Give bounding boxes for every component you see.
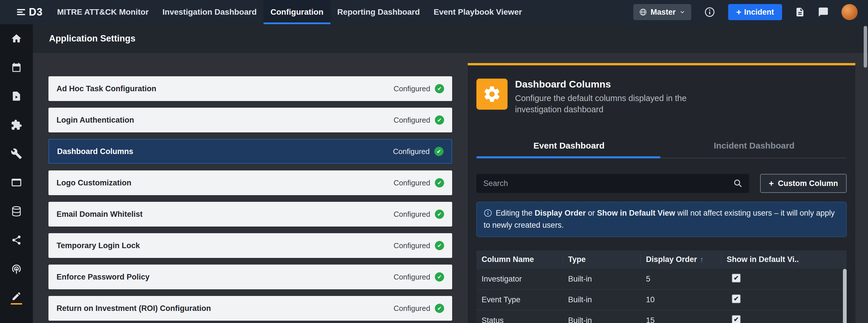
tab-event-dashboard[interactable]: Event Dashboard bbox=[476, 134, 661, 158]
cell-type: Built-in bbox=[563, 275, 641, 284]
header-display-order[interactable]: Display Order ↑ bbox=[641, 254, 721, 265]
new-incident-button[interactable]: + Incident bbox=[728, 4, 782, 20]
cell-show-in-default-view bbox=[721, 315, 799, 323]
sidebar-item-home[interactable] bbox=[0, 24, 33, 53]
settings-item-status: Configured ✔ bbox=[393, 147, 443, 156]
cell-type: Built-in bbox=[563, 316, 641, 323]
nav-item-configuration[interactable]: Configuration bbox=[264, 0, 331, 24]
settings-item-status: Configured ✔ bbox=[394, 210, 444, 219]
status-text: Configured bbox=[394, 241, 430, 250]
chat-button[interactable] bbox=[818, 7, 829, 17]
incident-button-label: Incident bbox=[744, 8, 774, 17]
nav-item-reporting-dashboard[interactable]: Reporting Dashboard bbox=[331, 0, 427, 24]
user-avatar[interactable] bbox=[841, 4, 858, 20]
home-icon bbox=[11, 33, 22, 44]
cell-show-in-default-view bbox=[721, 294, 799, 305]
settings-item-status: Configured ✔ bbox=[394, 115, 444, 124]
icon-sidebar bbox=[0, 24, 33, 323]
sidebar-item-database[interactable] bbox=[0, 197, 33, 226]
page-scrollbar[interactable] bbox=[864, 26, 867, 68]
settings-item-label: Enforce Password Policy bbox=[57, 273, 150, 282]
settings-item-temporary-login-lock[interactable]: Temporary Login Lock Configured ✔ bbox=[49, 233, 452, 258]
table-row-status: Status Built-in 15 bbox=[476, 310, 847, 323]
settings-item-status: Configured ✔ bbox=[394, 272, 444, 282]
show-in-default-view-checkbox[interactable] bbox=[732, 315, 741, 323]
app-body: Application Settings Ad Hoc Task Configu… bbox=[0, 24, 868, 323]
search-input[interactable] bbox=[476, 174, 749, 193]
sidebar-item-window[interactable] bbox=[0, 168, 33, 197]
table-row-event-type: Event Type Built-in 10 bbox=[476, 290, 847, 310]
search-box bbox=[476, 174, 749, 193]
info-text-bold-display-order: Display Order bbox=[535, 209, 586, 217]
window-icon bbox=[11, 177, 22, 188]
share-network-icon bbox=[11, 235, 22, 246]
sidebar-item-connections[interactable] bbox=[0, 226, 33, 254]
broadcast-icon bbox=[11, 263, 22, 275]
show-in-default-view-checkbox[interactable] bbox=[732, 274, 741, 282]
tab-incident-dashboard[interactable]: Incident Dashboard bbox=[661, 134, 847, 158]
configured-check-icon: ✔ bbox=[435, 304, 444, 313]
show-in-default-view-checkbox[interactable] bbox=[732, 294, 741, 303]
settings-item-enforce-password-policy[interactable]: Enforce Password Policy Configured ✔ bbox=[49, 264, 452, 289]
nav-item-event-playbook-viewer[interactable]: Event Playbook Viewer bbox=[427, 0, 529, 24]
settings-item-ad-hoc-task-configuration[interactable]: Ad Hoc Task Configuration Configured ✔ bbox=[49, 76, 452, 101]
topbar-actions: Master + Incident bbox=[633, 0, 868, 24]
report-button[interactable] bbox=[795, 7, 805, 17]
primary-nav: MITRE ATT&CK Monitor Investigation Dashb… bbox=[50, 0, 529, 24]
cell-display-order: 15 bbox=[641, 316, 721, 323]
main-area: Application Settings Ad Hoc Task Configu… bbox=[33, 24, 868, 323]
columns-table: Column Name Type Display Order ↑ Show in… bbox=[476, 250, 847, 323]
status-text: Configured bbox=[394, 116, 430, 124]
sidebar-item-integrations[interactable] bbox=[0, 111, 33, 139]
settings-item-email-domain-whitelist[interactable]: Email Domain Whitelist Configured ✔ bbox=[49, 202, 452, 226]
nav-item-mitre-attack-monitor[interactable]: MITRE ATT&CK Monitor bbox=[50, 0, 155, 24]
cell-display-order: 10 bbox=[641, 295, 721, 304]
settings-item-label: Dashboard Columns bbox=[57, 147, 133, 156]
configured-check-icon: ✔ bbox=[435, 272, 444, 282]
info-button[interactable] bbox=[704, 6, 715, 18]
plus-icon: + bbox=[736, 7, 741, 17]
configured-check-icon: ✔ bbox=[435, 241, 444, 250]
settings-item-label: Logo Customization bbox=[57, 178, 131, 187]
panel-subtitle: Configure the default columns displayed … bbox=[515, 93, 705, 115]
pen-icon bbox=[11, 291, 22, 301]
sort-ascending-icon: ↑ bbox=[700, 255, 704, 264]
table-header-row: Column Name Type Display Order ↑ Show in… bbox=[476, 250, 847, 269]
settings-item-login-authentication[interactable]: Login Authentication Configured ✔ bbox=[49, 108, 452, 133]
detail-panel: Dashboard Columns Configure the default … bbox=[468, 63, 855, 323]
sidebar-item-playbook[interactable] bbox=[0, 82, 33, 111]
sidebar-item-calendar[interactable] bbox=[0, 53, 33, 82]
document-icon bbox=[795, 7, 805, 17]
settings-item-status: Configured ✔ bbox=[394, 241, 444, 250]
accent-underline bbox=[11, 303, 22, 304]
tools-icon bbox=[11, 148, 22, 159]
sidebar-item-broadcast[interactable] bbox=[0, 254, 33, 283]
settings-item-dashboard-columns[interactable]: Dashboard Columns Configured ✔ bbox=[49, 139, 452, 164]
info-icon bbox=[704, 6, 715, 18]
environment-dropdown[interactable]: Master bbox=[633, 4, 691, 20]
sidebar-item-signature[interactable] bbox=[0, 283, 33, 312]
header-type[interactable]: Type bbox=[563, 254, 641, 265]
configured-check-icon: ✔ bbox=[435, 84, 444, 93]
panel-icon-badge bbox=[476, 79, 507, 110]
search-icon bbox=[733, 178, 743, 188]
info-banner: Editing the Display Order or Show in Def… bbox=[476, 202, 847, 237]
custom-column-button[interactable]: + Custom Column bbox=[760, 174, 847, 193]
app-logo[interactable]: D3 bbox=[0, 0, 50, 24]
status-text: Configured bbox=[393, 147, 430, 156]
sidebar-item-tools[interactable] bbox=[0, 139, 33, 168]
settings-item-logo-customization[interactable]: Logo Customization Configured ✔ bbox=[49, 171, 452, 195]
content-area: Ad Hoc Task Configuration Configured ✔ L… bbox=[33, 53, 868, 323]
table-scrollbar[interactable] bbox=[843, 269, 847, 323]
cell-type: Built-in bbox=[563, 295, 641, 304]
header-show-in-default-view[interactable]: Show in Default Vi... bbox=[721, 254, 799, 265]
table-row-investigator: Investigator Built-in 5 bbox=[476, 269, 847, 290]
nav-item-investigation-dashboard[interactable]: Investigation Dashboard bbox=[155, 0, 264, 24]
settings-item-roi-configuration[interactable]: Return on Investment (ROI) Configuration… bbox=[49, 296, 452, 321]
settings-item-label: Email Domain Whitelist bbox=[57, 210, 143, 219]
header-column-name[interactable]: Column Name bbox=[476, 254, 563, 265]
settings-item-label: Ad Hoc Task Configuration bbox=[57, 84, 156, 93]
settings-item-label: Temporary Login Lock bbox=[57, 241, 140, 250]
status-text: Configured bbox=[394, 210, 430, 219]
settings-item-status: Configured ✔ bbox=[394, 178, 444, 187]
